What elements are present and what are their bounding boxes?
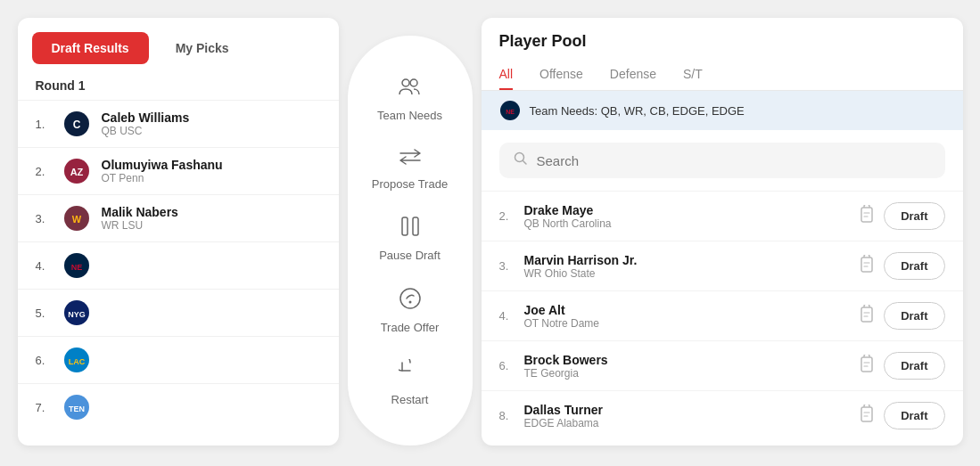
team-needs-action[interactable]: Team Needs (377, 75, 442, 122)
svg-rect-17 (413, 217, 418, 235)
tab-row: Draft Results My Picks (18, 32, 339, 78)
tab-defense[interactable]: Defense (610, 60, 656, 90)
table-row: 6. LAC (18, 336, 339, 383)
table-row: 5. NYG (18, 289, 339, 336)
svg-text:NE: NE (506, 109, 515, 115)
list-item: 8. Dallas Turner EDGE Alabama Draft (482, 390, 963, 440)
player-actions: Draft (859, 352, 944, 380)
pick-number: 3. (36, 212, 52, 225)
propose-trade-label: Propose Trade (372, 177, 448, 191)
draft-button[interactable]: Draft (884, 402, 944, 429)
left-panel: Draft Results My Picks Round 1 1. C Cale… (18, 18, 339, 446)
svg-point-15 (410, 79, 417, 86)
pick-number: 5. (36, 307, 52, 320)
list-item: 4. Joe Alt OT Notre Dame Draft (482, 290, 963, 340)
player-number: 8. (499, 409, 515, 422)
team-logo-chargers: LAC (62, 346, 91, 374)
trade-offer-action[interactable]: Trade Offer (381, 287, 440, 334)
svg-text:NE: NE (70, 263, 82, 272)
clipboard-icon[interactable] (859, 405, 875, 427)
player-meta: EDGE Alabama (524, 417, 851, 429)
team-logo-commanders: W (62, 204, 91, 233)
player-info: Drake Maye QB North Carolina (524, 203, 851, 230)
team-logo-bears: C (62, 110, 91, 138)
player-name: Dallas Turner (524, 403, 851, 417)
clipboard-icon[interactable] (859, 305, 875, 327)
draft-button[interactable]: Draft (884, 202, 944, 230)
tab-all[interactable]: All (499, 60, 514, 90)
svg-rect-16 (402, 217, 408, 235)
propose-trade-icon (399, 147, 422, 172)
svg-text:AZ: AZ (70, 167, 83, 177)
search-input[interactable] (537, 153, 931, 168)
round-label: Round 1 (18, 78, 339, 100)
table-row: 7. TEN (18, 383, 339, 430)
team-logo-cardinals: AZ (62, 157, 91, 185)
pause-draft-action[interactable]: Pause Draft (379, 215, 441, 262)
team-logo-patriots: NE (62, 251, 91, 280)
svg-text:W: W (71, 214, 81, 225)
player-number: 6. (499, 359, 515, 372)
table-row: 2. AZ Olumuyiwa Fashanu OT Penn (18, 147, 339, 194)
tab-my-picks[interactable]: My Picks (156, 32, 249, 64)
player-actions: Draft (859, 402, 944, 429)
team-needs-icon (398, 75, 421, 103)
center-panel: Team Needs Propose Trade (339, 18, 482, 463)
player-info: Dallas Turner EDGE Alabama (524, 403, 851, 429)
svg-rect-24 (861, 307, 872, 322)
player-meta: QB North Carolina (524, 217, 851, 230)
svg-text:LAC: LAC (68, 357, 85, 366)
main-container: Draft Results My Picks Round 1 1. C Cale… (18, 0, 963, 466)
team-needs-label: Team Needs (377, 109, 442, 122)
player-name: Drake Maye (524, 203, 851, 217)
player-list: 2. Drake Maye QB North Carolina Draft (482, 191, 963, 440)
svg-text:C: C (72, 119, 80, 131)
pick-number: 2. (36, 165, 52, 178)
list-item: 3. Marvin Harrison Jr. WR Ohio State Dra… (482, 241, 963, 290)
pause-draft-label: Pause Draft (379, 249, 441, 262)
player-actions: Draft (859, 302, 944, 330)
pick-info: Olumuyiwa Fashanu OT Penn (102, 158, 321, 184)
player-actions: Draft (859, 252, 944, 280)
svg-rect-23 (861, 258, 872, 272)
pick-number: 7. (36, 401, 52, 414)
player-pool-title: Player Pool (482, 18, 963, 51)
team-logo-giants: NYG (62, 298, 91, 327)
search-bar[interactable] (499, 143, 945, 178)
clipboard-icon[interactable] (859, 255, 875, 277)
search-icon (514, 151, 528, 169)
pick-meta: WR LSU (102, 219, 321, 232)
player-name: Joe Alt (524, 303, 851, 317)
list-item: 2. Drake Maye QB North Carolina Draft (482, 191, 963, 241)
draft-button[interactable]: Draft (884, 352, 944, 380)
draft-button[interactable]: Draft (884, 252, 944, 280)
propose-trade-action[interactable]: Propose Trade (372, 147, 448, 191)
team-needs-text: Team Needs: QB, WR, CB, EDGE, EDGE (530, 104, 745, 118)
center-circle: Team Needs Propose Trade (348, 36, 473, 446)
player-meta: TE Georgia (524, 367, 851, 380)
clipboard-icon[interactable] (859, 355, 875, 377)
clipboard-icon[interactable] (859, 205, 875, 227)
svg-rect-26 (861, 407, 872, 421)
pick-list: 1. C Caleb Williams QB USC 2. (18, 100, 339, 430)
tab-st[interactable]: S/T (683, 60, 703, 90)
tab-offense[interactable]: Offense (539, 60, 583, 90)
list-item: 6. Brock Bowers TE Georgia Draft (482, 340, 963, 390)
player-meta: OT Notre Dame (524, 317, 851, 330)
pick-info: Malik Nabers WR LSU (102, 205, 321, 232)
svg-text:NYG: NYG (68, 310, 86, 319)
patriots-logo: NE (499, 100, 521, 121)
draft-button[interactable]: Draft (884, 302, 944, 330)
player-actions: Draft (859, 202, 944, 230)
tab-draft-results[interactable]: Draft Results (32, 32, 149, 64)
svg-point-18 (408, 301, 411, 304)
team-logo-titans: TEN (62, 393, 91, 421)
pick-meta: OT Penn (102, 172, 321, 184)
right-panel: Player Pool All Offense Defense S/T NE T… (482, 18, 963, 446)
restart-action[interactable]: Restart (391, 359, 429, 406)
restart-icon (399, 359, 422, 388)
filter-tabs: All Offense Defense S/T (482, 60, 963, 91)
table-row: 4. NE (18, 241, 339, 289)
trade-offer-label: Trade Offer (381, 321, 440, 334)
trade-offer-icon (399, 287, 422, 315)
